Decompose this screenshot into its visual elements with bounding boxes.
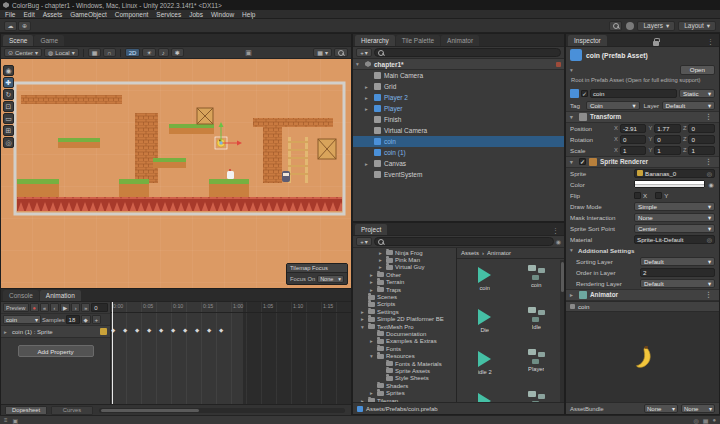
scene-viewport[interactable]: ◉✚↻⊡▭⊞◎ Tilemap Focus Focus On None ▾ <box>1 59 351 288</box>
keyframe-diamond[interactable]: ◆ <box>195 327 207 333</box>
expand-arrow-icon[interactable]: ▾ <box>370 353 375 359</box>
folder-row[interactable]: ▾ TextMesh Pro <box>353 323 456 330</box>
cloud-icon[interactable]: ☁ <box>4 21 17 31</box>
breadcrumb-root[interactable]: Assets <box>461 250 479 256</box>
folder-row[interactable]: ▸ Other <box>353 271 456 278</box>
collapse-arrow-icon[interactable]: ▸ <box>570 292 576 298</box>
record-button[interactable]: ● <box>30 303 39 312</box>
flip-x-checkbox[interactable] <box>634 192 641 199</box>
expand-arrow-icon[interactable]: ▸ <box>370 338 375 344</box>
create-button[interactable]: + ▾ <box>356 48 372 57</box>
account-icon[interactable] <box>626 22 634 30</box>
assetbundle-variant-dropdown[interactable]: None ▾ <box>681 404 715 413</box>
expand-arrow-icon[interactable]: ▸ <box>379 250 384 256</box>
expand-arrow-icon[interactable]: ▾ <box>361 324 366 330</box>
keyframe-diamond[interactable]: ◆ <box>207 327 219 333</box>
view-tab[interactable]: Scene <box>3 35 33 46</box>
panel-tab[interactable]: Project <box>355 224 387 235</box>
expand-arrow-icon[interactable]: ▸ <box>370 279 375 285</box>
sort-point-dropdown[interactable]: Center ▾ <box>634 224 715 233</box>
player-sprite[interactable] <box>282 171 290 182</box>
component-enabled-checkbox[interactable]: ✓ <box>579 158 586 165</box>
menu-item[interactable]: Component <box>115 10 149 19</box>
scene-tool-button[interactable]: ↻ <box>3 89 14 100</box>
scene-tool-button[interactable]: ▭ <box>3 113 14 124</box>
keyframe-diamond[interactable]: ◆ <box>219 327 231 333</box>
panel-tab[interactable]: Animator <box>441 35 479 46</box>
collapse-arrow-icon[interactable]: ▾ <box>570 159 576 165</box>
asset-item[interactable]: Die <box>459 304 511 346</box>
menu-item[interactable]: GameObject <box>70 10 107 19</box>
next-key-button[interactable]: › <box>71 303 80 312</box>
curves-button[interactable]: Curves <box>51 406 93 415</box>
expand-arrow-icon[interactable]: ▸ <box>365 95 371 101</box>
keyframe-diamond[interactable]: ◆ <box>159 327 171 333</box>
expand-arrow-icon[interactable]: ▸ <box>361 316 366 322</box>
asset-item[interactable]: coin <box>459 262 511 304</box>
notification-icon[interactable]: ● <box>712 417 716 423</box>
folder-row[interactable]: Fonts <box>353 345 456 352</box>
menu-item[interactable]: Edit <box>23 10 34 19</box>
services-icon[interactable]: ⊕ <box>18 21 31 31</box>
timeline-ruler[interactable]: 0:000:050:100:151:001:051:101:15 <box>111 302 351 313</box>
lock-icon[interactable] <box>653 41 659 46</box>
camera-dropdown[interactable]: ▣ <box>242 49 255 57</box>
animation-timeline[interactable]: 0:000:050:100:151:001:051:101:15 ◆◆◆◆◆◆◆… <box>111 302 351 404</box>
expand-arrow-icon[interactable]: ▸ <box>370 390 375 396</box>
scene-tool-button[interactable]: ◎ <box>3 137 14 148</box>
folder-row[interactable]: Sprite Assets <box>353 367 456 374</box>
layout-dropdown[interactable]: Layout ▾ <box>678 21 716 31</box>
open-prefab-button[interactable]: Open <box>680 65 715 75</box>
y-value-field[interactable]: 1.77 <box>654 124 681 133</box>
tag-dropdown[interactable]: Coin ▾ <box>586 101 640 110</box>
asset-item[interactable]: Player <box>511 346 563 388</box>
z-value-field[interactable]: 0 <box>688 135 715 144</box>
z-value-field[interactable]: 0 <box>688 124 715 133</box>
animated-property-row[interactable]: ▸ coin (1) : Sprite <box>1 326 110 338</box>
asset-item[interactable]: idle 2 <box>459 346 511 388</box>
layers-dropdown[interactable]: Layers ▾ <box>637 21 675 31</box>
hierarchy-item[interactable]: EventSystem <box>353 169 564 180</box>
menu-item[interactable]: File <box>5 10 15 19</box>
menu-item[interactable]: Help <box>242 10 255 19</box>
menu-item[interactable]: Services <box>156 10 181 19</box>
z-value-field[interactable]: 1 <box>688 146 715 155</box>
component-menu-icon[interactable]: ⋮ <box>702 158 715 166</box>
panel-tab[interactable]: Tile Palette <box>396 35 440 46</box>
project-search-input[interactable] <box>374 237 554 246</box>
grid-snap-icon[interactable]: ▦ <box>88 48 102 57</box>
object-picker-icon[interactable]: ◎ <box>707 236 712 243</box>
assetbundle-dropdown[interactable]: None ▾ <box>644 404 678 413</box>
flip-y-checkbox[interactable] <box>655 192 662 199</box>
lighting-toggle-icon[interactable]: ☀ <box>142 48 155 57</box>
color-swatch[interactable] <box>634 180 705 188</box>
samples-field[interactable]: 18 <box>66 315 80 324</box>
y-value-field[interactable]: 1 <box>654 146 681 155</box>
expand-arrow-icon[interactable]: ▸ <box>370 287 375 293</box>
keyframe-diamond[interactable]: ◆ <box>171 327 183 333</box>
expand-arrow-icon[interactable]: ▸ <box>365 106 371 112</box>
sprite-renderer-header[interactable]: ▾ ✓ Sprite Renderer ⋮ <box>566 156 719 168</box>
expand-arrow-icon[interactable]: ▸ <box>361 309 366 315</box>
panel-menu-icon[interactable]: ⋮ <box>549 227 562 235</box>
hierarchy-item[interactable]: Main Camera <box>353 70 564 81</box>
layer-dropdown[interactable]: Default ▾ <box>662 101 716 110</box>
scene-tool-button[interactable]: ✚ <box>3 77 14 88</box>
asset-item[interactable]: Idle <box>511 304 563 346</box>
folder-row[interactable]: ▸ Sprites <box>353 389 456 396</box>
x-value-field[interactable]: 1 <box>620 146 647 155</box>
keyframe-diamond[interactable]: ◆ <box>183 327 195 333</box>
log-icon[interactable]: ▣ <box>13 417 19 424</box>
last-key-button[interactable]: » <box>81 303 90 312</box>
add-property-button[interactable]: Add Property <box>18 345 94 357</box>
clip-dropdown[interactable]: coin ▾ <box>3 315 41 324</box>
folder-row[interactable]: ▸ Pink Man <box>353 256 456 263</box>
scene-header-row[interactable]: ▾ chapter1* <box>353 59 564 70</box>
breadcrumb-current[interactable]: Animator <box>487 250 511 256</box>
expand-arrow-icon[interactable]: ▸ <box>4 329 10 335</box>
folder-row[interactable]: Fonts & Materials <box>353 360 456 367</box>
scene-tool-button[interactable]: ⊡ <box>3 101 14 112</box>
keyframe-diamond[interactable]: ◆ <box>135 327 147 333</box>
expand-arrow-icon[interactable]: ▸ <box>379 257 384 263</box>
scene-tool-button[interactable]: ⊞ <box>3 125 14 136</box>
